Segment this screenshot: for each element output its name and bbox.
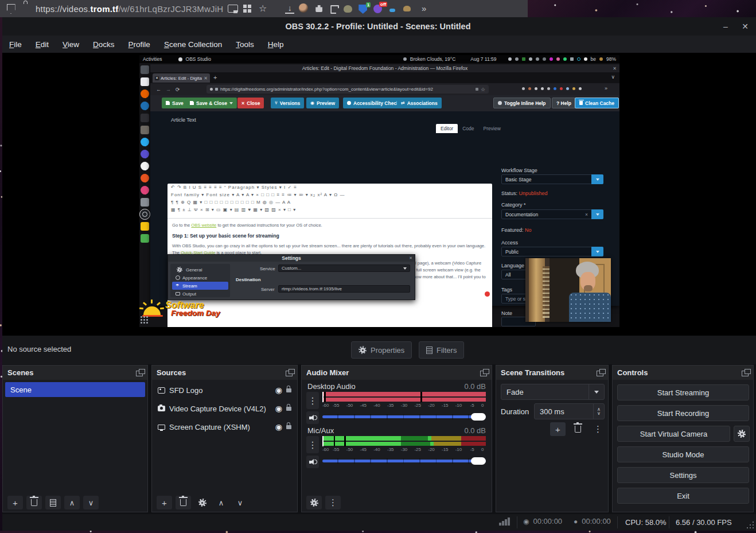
tray-be-label[interactable]: be (591, 56, 596, 62)
transition-select[interactable]: Fade (501, 384, 605, 400)
tray-icon[interactable] (584, 57, 587, 61)
toggle-inline-help-button[interactable]: Toggle Inline Help (493, 98, 551, 108)
visibility-eye-icon[interactable]: ◉ (275, 386, 282, 394)
activities-button[interactable]: Activities (143, 56, 162, 62)
studio-mode-button[interactable]: Studio Mode (617, 446, 749, 462)
lock-icon[interactable] (21, 3, 31, 14)
tab-close-icon[interactable]: ✕ (204, 76, 208, 81)
minimize-button[interactable]: – (716, 17, 735, 36)
overflow-chevrons-icon[interactable]: » (418, 3, 428, 14)
tray-icon[interactable] (599, 57, 603, 61)
channel-menu-button[interactable]: ⋮ (306, 392, 319, 409)
volume-slider[interactable] (322, 457, 486, 465)
lock-icon[interactable] (286, 425, 291, 429)
firefox-url-bar[interactable]: https://digitalfreedoms.org/administrato… (206, 85, 489, 94)
tab-code[interactable]: Code (458, 124, 478, 133)
mute-button[interactable] (306, 411, 319, 424)
associations-button[interactable]: ⇄Associations (397, 98, 442, 108)
dock-icon-obs-active[interactable] (141, 210, 149, 219)
chevron-down-icon[interactable] (591, 174, 603, 184)
close-button[interactable]: ✕ (735, 17, 755, 36)
obs-titlebar[interactable]: OBS 30.2.2 - Profile: Untitled - Scenes:… (0, 17, 756, 36)
dock-icon-dark-app[interactable] (141, 114, 149, 122)
lock-icon[interactable] (286, 388, 291, 392)
workflow-stage-select[interactable]: Basic Stage (501, 174, 603, 184)
clear-icon[interactable]: × (585, 212, 588, 217)
accessibility-check-button[interactable]: Accessibility Check (343, 98, 403, 108)
start-virtual-camera-button[interactable]: Start Virtual Camera (617, 426, 730, 442)
source-row-screen-capture[interactable]: Screen Capture (XSHM) ◉ (152, 418, 297, 436)
visibility-eye-icon[interactable]: ◉ (275, 423, 282, 431)
versions-button[interactable]: ⑂Versions (271, 98, 304, 108)
save-and-close-button[interactable]: Save & Close (186, 98, 237, 108)
tray-icon[interactable] (543, 57, 546, 61)
menu-tools[interactable]: Tools (236, 40, 254, 49)
chevron-down-icon[interactable] (589, 384, 604, 399)
properties-button[interactable]: Properties (351, 341, 412, 359)
forward-icon[interactable]: → (166, 87, 171, 92)
tray-icon[interactable] (577, 57, 580, 61)
firefox-close-icon[interactable]: ✕ (613, 66, 617, 71)
volume-slider[interactable] (322, 413, 486, 421)
channel-menu-button[interactable]: ⋮ (306, 436, 319, 453)
blue-blob-extension-icon[interactable] (388, 3, 399, 14)
dock-icon-calculator[interactable] (141, 222, 149, 231)
slider-handle[interactable] (471, 457, 486, 465)
audio-mixer-header[interactable]: Audio Mixer (302, 365, 492, 380)
dock-icon-pinwheel[interactable] (141, 186, 149, 194)
weather-text[interactable]: Broken Clouds, 19°C (410, 56, 455, 62)
webcam-source[interactable] (525, 258, 611, 322)
popout-icon[interactable] (742, 371, 749, 376)
editor-toolbar-row[interactable]: Font family ▾ Font size ▾ A ▾ A ▾ × □ □ … (167, 191, 492, 199)
tray-icon[interactable] (570, 57, 574, 61)
browser-tab[interactable]: ✕ Articles: Edit - Digital Fre ✕ (153, 73, 210, 83)
menu-view[interactable]: View (63, 40, 79, 49)
screenshot-crop-icon[interactable] (329, 3, 339, 14)
scene-down-button[interactable]: ∨ (83, 496, 99, 509)
tray-icon[interactable] (563, 57, 567, 61)
server-input[interactable]: rtmp://videos.trom.tf:1935/live (278, 285, 410, 293)
containers-grid-icon[interactable] (243, 3, 253, 14)
dock-icon-palette[interactable] (141, 150, 149, 158)
exit-button[interactable]: Exit (617, 488, 749, 504)
start-streaming-button[interactable]: Start Streaming (617, 384, 749, 400)
category-select[interactable]: Documentation× (501, 209, 603, 219)
dock-icon-recycle[interactable] (141, 234, 149, 243)
focused-app-name[interactable]: OBS Studio (186, 56, 211, 62)
menu-scene-collection[interactable]: Scene Collection (164, 40, 222, 49)
save-button[interactable]: Save (162, 98, 188, 108)
back-icon[interactable]: ← (156, 87, 161, 92)
add-source-button[interactable]: + (157, 496, 172, 509)
lock-icon[interactable] (286, 407, 291, 411)
dock-icon-gimp[interactable] (141, 126, 149, 134)
settings-nav-general[interactable]: General (172, 266, 228, 274)
scene-up-button[interactable]: ∧ (64, 496, 80, 509)
tab-preview[interactable]: Preview (479, 124, 505, 133)
mixer-menu-button[interactable]: ⋮ (325, 496, 341, 509)
mute-button[interactable] (306, 456, 319, 468)
reload-icon[interactable]: ⟳ (176, 87, 180, 92)
privacy-monster-icon[interactable]: off (373, 3, 384, 14)
tray-icon[interactable] (522, 57, 525, 61)
grid-icon[interactable] (476, 88, 478, 91)
moth-extension-icon[interactable] (403, 3, 414, 14)
chevron-down-icon[interactable] (591, 209, 603, 219)
close-button[interactable]: ×Close (237, 98, 264, 108)
duration-spinner[interactable]: 300 ms ∧ ∨ (534, 403, 605, 419)
ublock-icon[interactable]: 1 (358, 3, 369, 14)
source-row-video-capture[interactable]: Video Capture Device (V4L2) ◉ (152, 399, 297, 418)
settings-nav-output[interactable]: Output (172, 290, 228, 298)
menu-file[interactable]: File (9, 40, 22, 49)
settings-nav-appearance[interactable]: Appearance (172, 274, 228, 282)
chevron-down-icon[interactable] (591, 247, 603, 256)
overflow-chevrons-icon[interactable]: » (605, 85, 607, 91)
battery-text[interactable]: 98% (606, 56, 616, 62)
tab-list-chevron-icon[interactable]: ∨ (611, 74, 615, 80)
puzzle-extension-icon[interactable] (314, 3, 324, 14)
extension-icons-cluster[interactable] (522, 87, 582, 90)
controls-header[interactable]: Controls (613, 365, 753, 380)
tray-icon[interactable] (508, 57, 512, 61)
preview-button[interactable]: ◉Preview (306, 98, 339, 108)
tray-icon[interactable] (550, 57, 553, 61)
virtual-camera-config-button[interactable] (734, 426, 750, 442)
